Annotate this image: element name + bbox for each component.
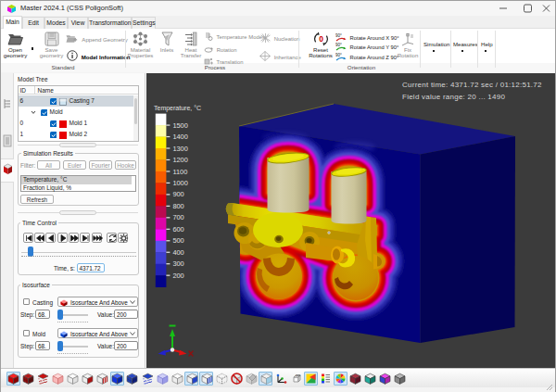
- svg-text:1400: 1400: [172, 133, 187, 141]
- svg-text:90°: 90°: [335, 53, 342, 57]
- svg-text:1000: 1000: [172, 179, 187, 187]
- svg-text:0: 0: [319, 34, 323, 44]
- svg-text:400: 400: [172, 248, 183, 257]
- svg-text:700: 700: [172, 213, 183, 221]
- svg-text:1100: 1100: [172, 168, 187, 176]
- svg-text:90°: 90°: [335, 33, 342, 38]
- svg-text:800: 800: [172, 202, 183, 210]
- svg-text:ooo: ooo: [296, 373, 301, 377]
- svg-text:Temperature, °C: Temperature, °C: [154, 105, 201, 112]
- svg-text:1200: 1200: [172, 156, 187, 164]
- svg-text:600: 600: [172, 225, 183, 234]
- svg-text:500: 500: [172, 236, 183, 245]
- svg-text:200: 200: [172, 272, 183, 280]
- svg-text:1300: 1300: [172, 145, 187, 153]
- svg-text:1500: 1500: [172, 121, 187, 130]
- svg-text:900: 900: [172, 190, 183, 198]
- svg-text:300: 300: [172, 259, 183, 268]
- svg-text:90°: 90°: [335, 43, 342, 47]
